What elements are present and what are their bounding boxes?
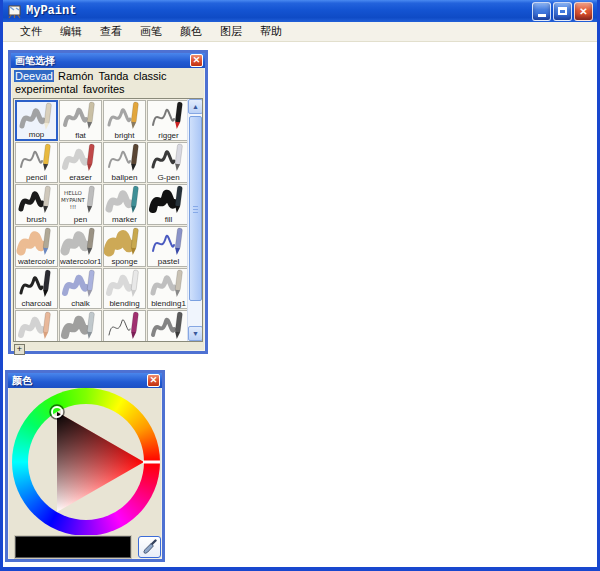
brush-label: fill	[148, 215, 189, 224]
close-icon: ✕	[579, 6, 587, 17]
brush-selection-window: 画笔选择 ✕ Deevad Ramón Tanda classic experi…	[8, 50, 208, 354]
maximize-button[interactable]	[553, 2, 572, 21]
eyedropper-icon	[142, 539, 158, 555]
brush-scrollbar[interactable]: ▲ ▼	[187, 99, 202, 341]
brush-cell-watercolor1[interactable]: watercolor1	[59, 226, 102, 267]
menu-bar: 文件编辑查看画笔颜色图层帮助	[3, 22, 597, 42]
brush-label: brush	[16, 215, 57, 224]
brush-label: charcoal	[16, 299, 57, 308]
brush-cell-blending[interactable]: blending	[103, 268, 146, 309]
brush-window-footer: +	[11, 342, 205, 356]
menu-item-1[interactable]: 文件	[11, 22, 51, 41]
brush-cell-G-pen[interactable]: G-pen	[147, 142, 190, 183]
brush-group-list: Deevad Ramón Tanda classic experimental …	[11, 68, 205, 97]
canvas-area[interactable]: 画笔选择 ✕ Deevad Ramón Tanda classic experi…	[3, 42, 597, 566]
menu-item-4[interactable]: 画笔	[131, 22, 171, 41]
brush-label: sponge	[104, 257, 145, 266]
hue-marker	[143, 461, 160, 464]
brush-cell[interactable]	[15, 310, 58, 342]
brush-cell-ballpen[interactable]: ballpen	[103, 142, 146, 183]
add-group-button[interactable]: +	[14, 344, 25, 355]
color-window-titlebar[interactable]: 颜色 ✕	[8, 373, 162, 388]
swatch-row	[8, 535, 162, 558]
brush-group-experimental[interactable]: experimental	[14, 83, 79, 95]
brush-cell[interactable]	[103, 310, 146, 342]
svg-text:MYPAINT: MYPAINT	[61, 197, 86, 203]
brush-label: marker	[104, 215, 145, 224]
window-title: MyPaint	[26, 4, 532, 18]
close-button[interactable]: ✕	[574, 2, 593, 21]
titlebar[interactable]: MyPaint ✕	[3, 0, 597, 22]
color-window-close-button[interactable]: ✕	[147, 374, 160, 387]
brush-cell-charcoal[interactable]: charcoal	[15, 268, 58, 309]
menu-item-2[interactable]: 编辑	[51, 22, 91, 41]
brush-label: ballpen	[104, 173, 145, 182]
scroll-down-button[interactable]: ▼	[188, 326, 203, 341]
brush-cell-marker[interactable]: marker	[103, 184, 146, 225]
brush-cell-rigger[interactable]: rigger	[147, 100, 190, 141]
brush-label: watercolor	[16, 257, 57, 266]
svg-text:HELLO: HELLO	[64, 190, 83, 196]
color-picker-body	[8, 388, 162, 559]
brush-label: mop	[17, 130, 56, 139]
brush-label: pastel	[148, 257, 189, 266]
brush-group-classic[interactable]: classic	[133, 70, 168, 82]
color-window: 颜色 ✕	[5, 370, 165, 562]
brush-cell-mop[interactable]: mop	[15, 100, 58, 141]
brush-group-Tanda[interactable]: Tanda	[98, 70, 130, 82]
brush-group-Deevad[interactable]: Deevad	[14, 70, 54, 82]
brush-cell[interactable]	[147, 310, 190, 342]
brush-label: G-pen	[148, 173, 189, 182]
brush-cell-eraser[interactable]: eraser	[59, 142, 102, 183]
maximize-icon	[558, 7, 567, 15]
brush-window-titlebar[interactable]: 画笔选择 ✕	[11, 53, 205, 68]
brush-cell-bright[interactable]: bright	[103, 100, 146, 141]
brush-label: blending1	[148, 299, 189, 308]
brush-cell-pencil[interactable]: pencil	[15, 142, 58, 183]
brush-label: rigger	[148, 131, 189, 140]
brush-label: eraser	[60, 173, 101, 182]
brush-window-title: 画笔选择	[15, 54, 190, 68]
brush-label: pencil	[16, 173, 57, 182]
brush-label: bright	[104, 131, 145, 140]
brush-label: chalk	[60, 299, 101, 308]
brush-cell-chalk[interactable]: chalk	[59, 268, 102, 309]
brush-cell-flat[interactable]: flat	[59, 100, 102, 141]
brush-cell-pen[interactable]: HELLOMYPAINT!!! pen	[59, 184, 102, 225]
brush-label: watercolor1	[60, 257, 101, 266]
menu-item-5[interactable]: 颜色	[171, 22, 211, 41]
brush-label: flat	[60, 131, 101, 140]
hsv-triangle[interactable]	[12, 388, 160, 536]
svg-text:!!!: !!!	[70, 204, 77, 210]
brush-cell-fill[interactable]: fill	[147, 184, 190, 225]
brush-grid-frame: mop flat bright rigger pencil eraser bal…	[13, 98, 203, 342]
current-color-swatch	[15, 536, 131, 558]
minimize-button[interactable]	[532, 2, 551, 21]
minimize-icon	[538, 14, 546, 17]
brush-grid: mop flat bright rigger pencil eraser bal…	[14, 99, 191, 342]
easel-icon	[7, 4, 22, 19]
brush-group-favorites[interactable]: favorites	[82, 83, 126, 95]
brush-window-close-button[interactable]: ✕	[190, 54, 203, 67]
brush-cell-blending1[interactable]: blending1	[147, 268, 190, 309]
brush-cell-pastel[interactable]: pastel	[147, 226, 190, 267]
menu-item-6[interactable]: 图层	[211, 22, 251, 41]
brush-label: pen	[60, 215, 101, 224]
brush-group-Ramón[interactable]: Ramón	[57, 70, 94, 82]
brush-label: blending	[104, 299, 145, 308]
color-picker-button[interactable]	[138, 536, 161, 558]
scrollbar-thumb[interactable]	[189, 116, 202, 301]
scroll-up-button[interactable]: ▲	[188, 99, 203, 114]
brush-cell-sponge[interactable]: sponge	[103, 226, 146, 267]
menu-item-3[interactable]: 查看	[91, 22, 131, 41]
menu-item-7[interactable]: 帮助	[251, 22, 291, 41]
brush-cell-watercolor[interactable]: watercolor	[15, 226, 58, 267]
brush-cell-brush[interactable]: brush	[15, 184, 58, 225]
mypaint-window: MyPaint ✕ 文件编辑查看画笔颜色图层帮助 画笔选择 ✕ Deevad R…	[0, 0, 600, 571]
brush-cell[interactable]	[59, 310, 102, 342]
color-window-title: 颜色	[12, 374, 147, 388]
